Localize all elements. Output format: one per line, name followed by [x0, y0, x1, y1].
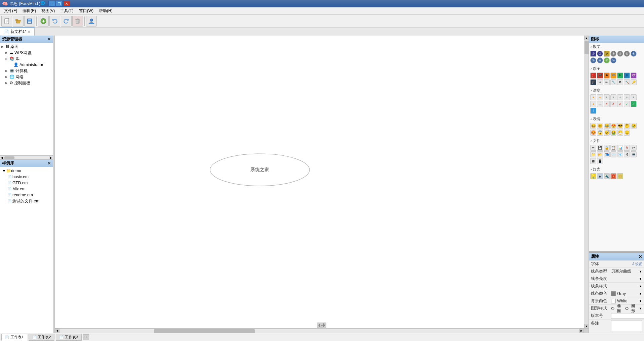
expander-controlpanel[interactable]: ▶ — [5, 81, 9, 85]
document-tab-1[interactable]: 📄 新文档1* ✕ — [0, 28, 35, 36]
resource-tree[interactable]: ▶ 🖥 桌面 ▶ ☁ WPS网盘 ▷ 📚 库 ▶ — [0, 43, 53, 155]
menu-file[interactable]: 文件(F) — [1, 7, 20, 14]
toolbar-delete-btn[interactable] — [72, 16, 83, 27]
shape-radio-ellipse[interactable] — [611, 307, 614, 310]
icon-num-5[interactable]: ④ — [617, 51, 623, 57]
icon-prog-14[interactable]: ✓ — [631, 101, 637, 107]
icon-em-9[interactable]: 😱 — [597, 130, 603, 136]
tree-item-wps[interactable]: ▶ ☁ WPS网盘 — [1, 50, 52, 56]
toolbar-undo-btn[interactable] — [49, 16, 60, 27]
icon-em-10[interactable]: 😴 — [604, 130, 610, 136]
tree-scroll-right[interactable]: ▶ — [49, 156, 53, 159]
toolbar-redo-btn[interactable] — [61, 16, 72, 27]
icon-num-11[interactable]: ⑩ — [610, 57, 616, 63]
tray-icon[interactable]: 🌐 — [40, 1, 45, 6]
prop-linecolor-control[interactable]: Gray ▼ — [611, 291, 642, 296]
expander-computer[interactable]: ▶ — [5, 69, 9, 72]
icon-num-7[interactable]: ⑥ — [631, 51, 637, 57]
add-workbook-btn[interactable]: + — [83, 334, 89, 340]
menu-edit[interactable]: 编辑(E) — [20, 7, 39, 14]
menu-view[interactable]: 视图(V) — [39, 7, 57, 14]
icon-prog-3[interactable]: ★ — [604, 94, 610, 100]
hscroll-left[interactable]: ◀ — [55, 329, 59, 333]
workbook-tab-3[interactable]: 📄 工作表3 — [56, 334, 82, 341]
icon-em-3[interactable]: 😂 — [604, 123, 610, 129]
icon-flag-8[interactable]: 🏴 — [590, 79, 596, 85]
expander-desktop[interactable]: ▶ — [1, 45, 5, 48]
expander-network[interactable]: ▶ — [5, 75, 9, 79]
icon-prog-4[interactable]: ★ — [610, 94, 616, 100]
sample-file-readme[interactable]: 📄 readme.em — [1, 192, 52, 198]
prop-bgcolor-control[interactable]: White ▼ — [611, 299, 642, 303]
sample-file-test[interactable]: 📄 测试的文件.em — [1, 198, 52, 204]
prop-font-btn[interactable]: A 设置 — [632, 262, 642, 266]
icon-file-10[interactable]: 📬 — [604, 151, 610, 157]
vscroll-thumb[interactable] — [585, 41, 589, 54]
icon-flag-9[interactable]: ✂ — [597, 79, 603, 85]
icon-flag-7[interactable]: 🎌 — [631, 72, 637, 79]
icon-em-2[interactable]: 😊 — [597, 123, 603, 129]
prop-brightness-control[interactable]: ▼ — [611, 277, 642, 281]
icon-num-8[interactable]: ⑦ — [590, 57, 596, 63]
icon-flag-11[interactable]: 🔧 — [610, 79, 616, 85]
menu-help[interactable]: 帮助(H) — [96, 7, 115, 14]
icon-num-9[interactable]: ⑧ — [597, 57, 603, 63]
sample-file-mix[interactable]: 📄 Mix.em — [1, 186, 52, 192]
icon-prog-1[interactable]: ★ — [590, 94, 596, 100]
icon-file-1[interactable]: ✏ — [590, 145, 596, 151]
icon-prog-6[interactable]: ★ — [624, 94, 630, 100]
toolbar-open-btn[interactable] — [13, 16, 24, 27]
icon-prog-12[interactable]: ✗ — [617, 101, 623, 107]
bgcolor-swatch[interactable] — [611, 299, 616, 303]
icon-file-12[interactable]: 📧 — [617, 151, 623, 157]
icon-flag-3[interactable]: ⚑ — [604, 72, 610, 79]
toolbar-new-btn[interactable] — [1, 16, 12, 27]
icon-em-13[interactable]: 🙁 — [624, 130, 630, 136]
tree-item-desktop[interactable]: ▶ 🖥 桌面 — [1, 44, 52, 50]
icon-file-5[interactable]: 📊 — [617, 145, 623, 151]
expander-wps[interactable]: ▶ — [5, 51, 9, 54]
sample-file-basic[interactable]: 📄 basic.em — [1, 174, 52, 180]
icon-flag-2[interactable]: 🏴 — [597, 72, 603, 79]
vscroll-down[interactable]: ▼ — [584, 324, 589, 329]
icon-light-5[interactable]: 🔆 — [617, 173, 623, 179]
workbook-tab-1[interactable]: 📄 工作表1 — [1, 334, 27, 341]
icon-light-3[interactable]: 🔦 — [604, 173, 610, 179]
icon-flag-1[interactable]: 🚩 — [590, 72, 596, 79]
shape-radio-round[interactable] — [625, 307, 629, 310]
icon-prog-15[interactable]: i — [590, 108, 596, 114]
tree-item-admin[interactable]: ▶ 👤 Administrator — [1, 62, 52, 68]
tree-item-computer[interactable]: ▶ 💻 计算机 — [1, 68, 52, 74]
icon-file-6[interactable]: A — [624, 145, 630, 151]
icon-prog-10[interactable]: ✗ — [604, 101, 610, 107]
icon-em-12[interactable]: 😷 — [617, 130, 623, 136]
icon-num-6[interactable]: ⑤ — [624, 51, 630, 57]
icon-flag-13[interactable]: 🔨 — [624, 79, 630, 85]
icon-light-4[interactable]: 🏮 — [610, 173, 616, 179]
icon-prog-2[interactable]: ★ — [597, 94, 603, 100]
icon-file-8[interactable]: 📁 — [590, 151, 596, 157]
tree-item-library[interactable]: ▷ 📚 库 — [1, 56, 52, 62]
resource-manager-close[interactable]: ✕ — [47, 37, 51, 42]
hscroll-right[interactable]: ▶ — [579, 329, 584, 333]
close-button[interactable]: ✕ — [63, 1, 70, 6]
props-close-btn[interactable]: ✕ — [639, 254, 642, 259]
icon-num-4[interactable]: ③ — [610, 51, 616, 57]
bgcolor-dropdown-icon[interactable]: ▼ — [639, 299, 642, 303]
icon-prog-5[interactable]: ★ — [617, 94, 623, 100]
icon-file-7[interactable]: ✂ — [631, 145, 637, 151]
icon-file-4[interactable]: 📋 — [610, 145, 616, 151]
icon-num-10[interactable]: ⑨ — [604, 57, 610, 63]
minimize-button[interactable]: ─ — [48, 1, 55, 6]
icon-em-5[interactable]: 😎 — [617, 123, 623, 129]
linetype-dropdown-icon[interactable]: ▼ — [639, 270, 642, 273]
restore-button[interactable]: ❐ — [56, 1, 63, 6]
workbook-tab-2[interactable]: 📄 工作表2 — [29, 334, 54, 341]
icon-prog-8[interactable]: ★ — [590, 101, 596, 107]
samples-close[interactable]: ✕ — [47, 161, 51, 166]
icon-flag-6[interactable]: ⚐ — [624, 72, 630, 79]
tree-hscroll[interactable]: ◀ ▶ — [0, 155, 53, 159]
tab-close-btn[interactable]: ✕ — [28, 30, 30, 34]
hscroll-thumb[interactable] — [154, 329, 255, 333]
sample-folder-demo[interactable]: ▼ 📁 demo — [1, 168, 52, 174]
